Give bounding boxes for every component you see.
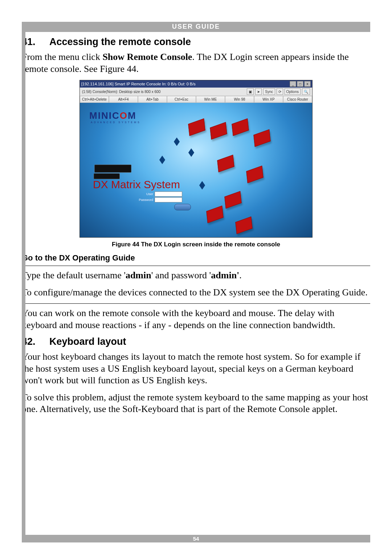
status-text: (1:58) Console(Norm): Desktop size is 80… [82,90,245,94]
minicom-logo: MINICOM [89,110,136,121]
text: From the menu click [22,52,102,62]
refresh-icon[interactable]: ⟳ [277,88,283,95]
show-remote-console-term: Show Remote Console [102,52,192,62]
dx-matrix-title: DX Matrix System [93,178,180,191]
admin-user: admin [126,270,151,280]
monitor-icon [235,217,252,234]
section-41-para: From the menu click Show Remote Console.… [22,51,370,75]
default-creds-para: Type the default username 'admin' and pa… [22,270,370,282]
section-42-title: Keyboard layout [49,336,126,347]
section-42-para1: Your host keyboard changes its layout to… [22,351,370,387]
tab-win-98[interactable]: Win 98 [225,96,254,103]
kvm-device-icon [94,165,131,173]
tab-win-me[interactable]: Win ME [196,96,225,103]
maximize-button[interactable]: □ [297,81,303,87]
left-margin-rule [22,22,25,542]
text: . [239,270,242,280]
toolbar-icon-1[interactable]: ▣ [247,88,254,95]
minimize-button[interactable]: _ [290,81,296,87]
user-input[interactable] [155,191,182,197]
delay-para: You can work on the remote console with … [22,307,370,331]
monitor-icon [246,166,263,183]
section-42-heading: 42.Keyboard layout [22,336,370,347]
brand-m: M [128,110,136,121]
password-input[interactable] [155,197,182,202]
close-button[interactable]: × [304,81,311,87]
section-42-number: 42. [22,336,49,347]
sync-button[interactable]: Sync [263,88,275,95]
login-button[interactable] [174,204,191,210]
remote-viewport: MINICOM ADVANCED SYSTEMS DX Matrix Syste… [80,103,312,237]
remote-console-window: [192.114.161.106] Smart IP Remote Consol… [79,80,313,238]
text: ' and password ' [151,270,211,280]
password-label: Password [134,198,153,202]
user-label: User [134,192,153,196]
status-line: (1:58) Console(Norm): Desktop size is 80… [80,88,312,96]
minicom-tagline: ADVANCED SYSTEMS [91,121,141,124]
monitor-icon [253,129,270,147]
options-button[interactable]: Options [285,88,301,95]
node-icon [188,148,194,157]
monitor-icon [217,155,234,172]
tab-alt-f4[interactable]: Alt+F4 [109,96,138,103]
figure-44: [192.114.161.106] Smart IP Remote Consol… [22,80,370,248]
section-41-number: 41. [22,36,49,48]
header-bar: USER GUIDE [22,22,370,32]
page-number: 54 [193,536,199,542]
text: Type the default username ' [22,270,126,280]
go-to-dx-heading: Go to the DX Operating Guide [22,253,370,263]
figure-44-caption: Figure 44 The DX Login screen inside the… [22,241,370,248]
tab-ctrl-alt-delete[interactable]: Ctrl+Alt+Delete [80,96,109,103]
monitor-icon [232,118,249,136]
monitor-icon [206,206,223,223]
tab-cisco-router[interactable]: Cisco Router [283,96,312,103]
monitor-icon [210,122,227,140]
tab-ctrl-esc[interactable]: Ctrl+Esc [167,96,196,103]
section-41-heading: 41.Accessing the remote console [22,36,370,48]
node-icon [174,137,180,146]
tab-alt-tab[interactable]: Alt+Tab [138,96,167,103]
section-42-para2: To solve this problem, adjust the remote… [22,392,370,415]
cursor-icon[interactable]: ➤ [255,88,262,95]
divider [22,303,370,304]
window-titlebar: [192.114.161.106] Smart IP Remote Consol… [80,80,312,88]
node-icon [159,156,165,164]
admin-pass: admin' [211,270,239,280]
tab-win-xp[interactable]: Win XP [254,96,283,103]
search-icon[interactable]: 🔍 [302,88,310,95]
monitor-icon [224,191,241,209]
node-icon [199,181,205,189]
login-form: User Password [134,191,182,203]
monitor-icon [188,118,205,136]
configure-para: To configure/manage the devices connecte… [22,287,370,299]
footer-bar: 54 [22,535,370,542]
hotkey-tabs: Ctrl+Alt+Delete Alt+F4 Alt+Tab Ctrl+Esc … [80,96,312,103]
section-41-title: Accessing the remote console [49,36,191,47]
divider [22,266,370,266]
brand-o: O [120,110,128,121]
brand-text: MINIC [89,110,120,121]
window-title: [192.114.161.106] Smart IP Remote Consol… [81,82,289,86]
